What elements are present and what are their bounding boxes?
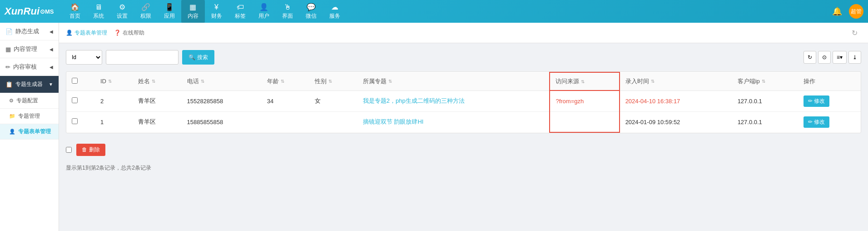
sidebar: 📄 静态生成 ◀ ▦ 内容管理 ◀ ✏ 内容审核 ◀ 📋 专题生成器 ▼ ⚙ 专… <box>0 23 59 231</box>
table-body: 2 青羊区 15528285858 34 女 我是专题2，php生成二维码的三种… <box>66 90 861 132</box>
row1-select-checkbox[interactable] <box>72 97 78 103</box>
nav-settings[interactable]: ⚙ 设置 <box>110 0 134 23</box>
chevron-left-icon: ◀ <box>50 29 53 34</box>
th-age-label: 年龄 <box>267 77 279 85</box>
toolbar-export-button[interactable]: ⤓ <box>848 51 861 64</box>
nav-interface[interactable]: 🖱 界面 <box>276 0 299 23</box>
th-ip: 客户端ip ⇅ <box>732 72 798 90</box>
page-layout: 📄 静态生成 ◀ ▦ 内容管理 ◀ ✏ 内容审核 ◀ 📋 专题生成器 ▼ ⚙ 专… <box>0 23 868 231</box>
nav-users[interactable]: 👤 用户 <box>252 0 276 23</box>
breadcrumb-online-help[interactable]: ❓ 在线帮助 <box>114 29 144 37</box>
notification-bell-icon[interactable]: 🔔 <box>832 6 842 16</box>
row2-modify-button[interactable]: ✏ 修改 <box>804 116 829 128</box>
sidebar-item-content-mgmt[interactable]: ▦ 内容管理 ◀ <box>0 40 59 58</box>
nav-wechat[interactable]: 💬 微信 <box>299 0 323 23</box>
nav-apps-label: 应用 <box>164 12 175 20</box>
pagination-text: 显示第1到第2条记录，总共2条记录 <box>66 165 151 171</box>
sidebar-item-topic-mgmt-label: 专题管理 <box>18 112 40 120</box>
th-ip-label: 客户端ip <box>738 77 760 85</box>
toolbar-left: Id 姓名 电话 🔍 搜索 <box>66 50 214 65</box>
th-action-label: 操作 <box>804 78 815 85</box>
th-topic: 所属专题 ⇅ <box>357 72 550 90</box>
nav-apps[interactable]: 📱 应用 <box>158 0 181 23</box>
sort-age[interactable]: 年龄 ⇅ <box>267 77 304 85</box>
delete-label: 删除 <box>89 146 100 154</box>
sidebar-item-topic-mgmt[interactable]: 📁 专题管理 <box>0 109 59 124</box>
sort-name[interactable]: 姓名 ⇅ <box>138 77 176 85</box>
finance-icon: ¥ <box>214 3 218 11</box>
table-row: 1 青羊区 15885855858 摘镜迎双节 韵眼放肆HI <box>66 111 861 132</box>
sort-time[interactable]: 录入时间 ⇅ <box>625 77 727 85</box>
row1-source: ?from=gzh <box>550 90 619 111</box>
search-field-select[interactable]: Id 姓名 电话 <box>66 50 102 65</box>
user-initials: 超管 <box>851 8 862 15</box>
sidebar-item-content-mgmt-label: 内容管理 <box>14 45 37 53</box>
sidebar-item-topic-gen[interactable]: 📋 专题生成器 ▼ <box>0 76 59 93</box>
permissions-icon: 🔗 <box>141 3 150 11</box>
logo[interactable]: XunRui ⊙MS <box>5 5 54 17</box>
nav-services[interactable]: ☁ 服务 <box>323 0 347 23</box>
toolbar-refresh-button[interactable]: ↻ <box>804 51 816 64</box>
wechat-icon: 💬 <box>307 3 316 11</box>
nav-tags[interactable]: 🏷 标签 <box>228 0 252 23</box>
nav-finance-label: 财务 <box>211 12 222 20</box>
static-gen-icon: 📄 <box>5 28 13 35</box>
sidebar-item-static-gen[interactable]: 📄 静态生成 ◀ <box>0 23 59 40</box>
th-id: ID ⇅ <box>95 72 133 90</box>
th-time-label: 录入时间 <box>625 77 649 85</box>
main-content: 👤 专题表单管理 ❓ 在线帮助 ↻ Id 姓名 电话 <box>59 23 868 231</box>
nav-content[interactable]: ▦ 内容 <box>181 0 205 23</box>
row1-topic: 我是专题2，php生成二维码的三种方法 <box>357 90 550 111</box>
bottom-select-all-checkbox[interactable] <box>66 147 72 153</box>
row1-action: ✏ 修改 <box>798 90 861 111</box>
nav-wechat-label: 微信 <box>306 12 317 20</box>
row2-select-checkbox[interactable] <box>72 118 78 124</box>
sort-ip[interactable]: 客户端ip ⇅ <box>738 77 793 85</box>
services-icon: ☁ <box>331 3 338 11</box>
row1-modify-button[interactable]: ✏ 修改 <box>804 95 829 107</box>
row2-topic-link[interactable]: 摘镜迎双节 韵眼放肆HI <box>363 118 424 125</box>
row2-ip: 127.0.0.1 <box>732 111 798 132</box>
row1-age: 34 <box>262 90 310 111</box>
toolbar-view-button[interactable]: ⊙ <box>818 51 831 64</box>
row1-time-value: 2024-04-10 16:38:17 <box>625 98 680 105</box>
row1-topic-link[interactable]: 我是专题2，php生成二维码的三种方法 <box>363 97 465 104</box>
row2-phone: 15885855858 <box>182 111 262 132</box>
search-input[interactable] <box>106 50 179 65</box>
content-area: Id 姓名 电话 🔍 搜索 ↻ ⊙ ≡▾ ⤓ <box>59 43 868 231</box>
nav-permissions[interactable]: 🔗 权限 <box>134 0 158 23</box>
nav-interface-label: 界面 <box>282 12 293 20</box>
sort-source[interactable]: 访问来源 ⇅ <box>556 77 613 85</box>
th-action: 操作 <box>798 72 861 90</box>
content-icon: ▦ <box>189 3 196 11</box>
sidebar-item-topic-config[interactable]: ⚙ 专题配置 <box>0 93 59 109</box>
refresh-button[interactable]: ↻ <box>848 26 861 39</box>
help-icon: ❓ <box>114 30 121 36</box>
row1-ip: 127.0.0.1 <box>732 90 798 111</box>
nav-finance[interactable]: ¥ 财务 <box>205 0 228 23</box>
breadcrumb-topic-form[interactable]: 👤 专题表单管理 <box>66 29 107 37</box>
sort-gender[interactable]: 性别 ⇅ <box>315 77 352 85</box>
sidebar-item-topic-form[interactable]: 👤 专题表单管理 <box>0 124 59 140</box>
search-button[interactable]: 🔍 搜索 <box>182 50 214 65</box>
row1-source-value: ?from=gzh <box>556 98 584 105</box>
nav-tags-label: 标签 <box>235 12 246 20</box>
nav-home-label: 首页 <box>69 12 80 20</box>
home-icon: 🏠 <box>70 3 79 11</box>
nav-home[interactable]: 🏠 首页 <box>63 0 87 23</box>
row2-gender <box>309 111 357 132</box>
sort-topic[interactable]: 所属专题 ⇅ <box>363 77 544 85</box>
toolbar-columns-button[interactable]: ≡▾ <box>833 51 847 64</box>
content-mgmt-icon: ▦ <box>5 46 11 53</box>
select-all-checkbox[interactable] <box>72 78 78 84</box>
nav-system[interactable]: 🖥 系统 <box>87 0 110 23</box>
th-id-label: ID <box>100 78 106 85</box>
sort-phone[interactable]: 电话 ⇅ <box>187 77 256 85</box>
sidebar-item-content-review[interactable]: ✏ 内容审核 ◀ <box>0 58 59 76</box>
nav-system-label: 系统 <box>93 12 104 20</box>
user-avatar[interactable]: 超管 <box>849 4 863 19</box>
sidebar-item-topic-gen-label: 专题生成器 <box>15 80 43 88</box>
delete-button[interactable]: 🗑 删除 <box>76 144 105 156</box>
sort-id[interactable]: ID ⇅ <box>100 78 127 85</box>
toolbar-right: ↻ ⊙ ≡▾ ⤓ <box>804 51 861 64</box>
